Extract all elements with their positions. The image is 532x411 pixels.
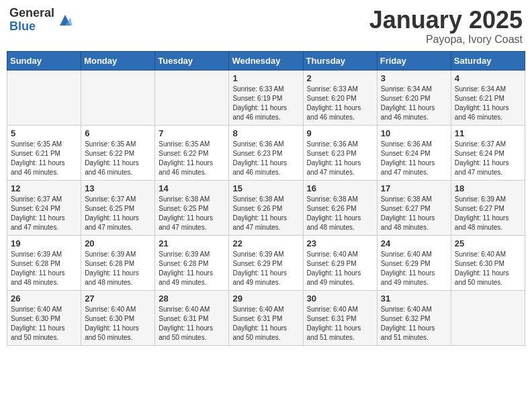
day-info: Sunrise: 6:40 AMSunset: 6:29 PMDaylight:… [381, 250, 447, 287]
day-info: Sunrise: 6:35 AMSunset: 6:22 PMDaylight:… [85, 140, 151, 177]
day-number: 4 [455, 73, 521, 83]
calendar-cell [451, 290, 525, 345]
day-info: Sunrise: 6:40 AMSunset: 6:32 PMDaylight:… [381, 305, 447, 342]
calendar-cell: 21Sunrise: 6:39 AMSunset: 6:28 PMDayligh… [155, 235, 229, 290]
calendar-cell: 14Sunrise: 6:38 AMSunset: 6:25 PMDayligh… [155, 180, 229, 235]
calendar-cell: 24Sunrise: 6:40 AMSunset: 6:29 PMDayligh… [377, 235, 451, 290]
calendar-cell: 22Sunrise: 6:39 AMSunset: 6:29 PMDayligh… [229, 235, 303, 290]
day-number: 7 [159, 128, 225, 138]
month-title: January 2025 [369, 7, 523, 34]
logo-icon [57, 12, 73, 28]
day-number: 20 [85, 238, 151, 248]
calendar-cell: 2Sunrise: 6:33 AMSunset: 6:20 PMDaylight… [303, 70, 377, 125]
calendar-cell: 10Sunrise: 6:36 AMSunset: 6:24 PMDayligh… [377, 125, 451, 180]
calendar-cell: 11Sunrise: 6:37 AMSunset: 6:24 PMDayligh… [451, 125, 525, 180]
location: Payopa, Ivory Coast [369, 34, 523, 46]
day-info: Sunrise: 6:35 AMSunset: 6:21 PMDaylight:… [11, 140, 77, 177]
day-number: 31 [381, 293, 447, 304]
calendar-week-4: 19Sunrise: 6:39 AMSunset: 6:28 PMDayligh… [7, 235, 525, 290]
calendar-cell: 8Sunrise: 6:36 AMSunset: 6:23 PMDaylight… [229, 125, 303, 180]
day-number: 15 [232, 183, 299, 193]
header-day-wednesday: Wednesday [229, 51, 303, 70]
header-day-sunday: Sunday [7, 51, 81, 70]
day-info: Sunrise: 6:40 AMSunset: 6:31 PMDaylight:… [232, 305, 299, 342]
day-number: 23 [307, 238, 373, 248]
day-number: 26 [11, 293, 77, 304]
day-info: Sunrise: 6:33 AMSunset: 6:19 PMDaylight:… [232, 85, 299, 122]
day-number: 22 [232, 238, 299, 248]
day-number: 8 [232, 128, 299, 138]
calendar-cell: 16Sunrise: 6:38 AMSunset: 6:26 PMDayligh… [303, 180, 377, 235]
day-number: 19 [11, 238, 77, 248]
header-day-tuesday: Tuesday [155, 51, 229, 70]
calendar-week-5: 26Sunrise: 6:40 AMSunset: 6:30 PMDayligh… [7, 290, 525, 345]
calendar-cell: 5Sunrise: 6:35 AMSunset: 6:21 PMDaylight… [7, 125, 81, 180]
day-info: Sunrise: 6:38 AMSunset: 6:25 PMDaylight:… [159, 195, 225, 232]
calendar-cell [7, 70, 81, 125]
day-info: Sunrise: 6:40 AMSunset: 6:30 PMDaylight:… [85, 305, 151, 342]
day-info: Sunrise: 6:35 AMSunset: 6:22 PMDaylight:… [159, 140, 225, 177]
day-info: Sunrise: 6:38 AMSunset: 6:26 PMDaylight:… [232, 195, 299, 232]
calendar-cell: 15Sunrise: 6:38 AMSunset: 6:26 PMDayligh… [229, 180, 303, 235]
day-number: 1 [232, 73, 299, 83]
day-info: Sunrise: 6:39 AMSunset: 6:27 PMDaylight:… [455, 195, 521, 232]
logo: General Blue [9, 7, 73, 34]
day-info: Sunrise: 6:34 AMSunset: 6:20 PMDaylight:… [381, 85, 447, 122]
day-number: 6 [85, 128, 151, 138]
day-number: 17 [381, 183, 447, 193]
day-number: 27 [85, 293, 151, 304]
page-header: General Blue January 2025 Payopa, Ivory … [7, 7, 525, 46]
calendar-table: SundayMondayTuesdayWednesdayThursdayFrid… [7, 51, 525, 346]
day-info: Sunrise: 6:38 AMSunset: 6:26 PMDaylight:… [307, 195, 373, 232]
header-day-thursday: Thursday [303, 51, 377, 70]
calendar-week-2: 5Sunrise: 6:35 AMSunset: 6:21 PMDaylight… [7, 125, 525, 180]
calendar-cell: 31Sunrise: 6:40 AMSunset: 6:32 PMDayligh… [377, 290, 451, 345]
calendar-cell [81, 70, 155, 125]
day-info: Sunrise: 6:36 AMSunset: 6:24 PMDaylight:… [381, 140, 447, 177]
day-info: Sunrise: 6:33 AMSunset: 6:20 PMDaylight:… [307, 85, 373, 122]
day-info: Sunrise: 6:40 AMSunset: 6:29 PMDaylight:… [307, 250, 373, 287]
header-day-friday: Friday [377, 51, 451, 70]
calendar-cell: 18Sunrise: 6:39 AMSunset: 6:27 PMDayligh… [451, 180, 525, 235]
calendar-cell: 29Sunrise: 6:40 AMSunset: 6:31 PMDayligh… [229, 290, 303, 345]
header-day-saturday: Saturday [451, 51, 525, 70]
calendar-week-1: 1Sunrise: 6:33 AMSunset: 6:19 PMDaylight… [7, 70, 525, 125]
calendar-cell: 6Sunrise: 6:35 AMSunset: 6:22 PMDaylight… [81, 125, 155, 180]
header-day-monday: Monday [81, 51, 155, 70]
logo-general-text: General [9, 7, 54, 20]
day-number: 5 [11, 128, 77, 138]
calendar-cell: 1Sunrise: 6:33 AMSunset: 6:19 PMDaylight… [229, 70, 303, 125]
day-info: Sunrise: 6:40 AMSunset: 6:30 PMDaylight:… [455, 250, 521, 287]
day-number: 21 [159, 238, 225, 248]
day-info: Sunrise: 6:34 AMSunset: 6:21 PMDaylight:… [455, 85, 521, 122]
title-block: January 2025 Payopa, Ivory Coast [369, 7, 523, 46]
calendar-cell: 3Sunrise: 6:34 AMSunset: 6:20 PMDaylight… [377, 70, 451, 125]
calendar-cell: 26Sunrise: 6:40 AMSunset: 6:30 PMDayligh… [7, 290, 81, 345]
calendar-cell: 12Sunrise: 6:37 AMSunset: 6:24 PMDayligh… [7, 180, 81, 235]
logo-text: General Blue [9, 7, 54, 34]
day-number: 29 [232, 293, 299, 304]
day-number: 25 [455, 238, 521, 248]
day-info: Sunrise: 6:40 AMSunset: 6:30 PMDaylight:… [11, 305, 77, 342]
calendar-cell: 27Sunrise: 6:40 AMSunset: 6:30 PMDayligh… [81, 290, 155, 345]
day-number: 18 [455, 183, 521, 193]
day-info: Sunrise: 6:39 AMSunset: 6:28 PMDaylight:… [85, 250, 151, 287]
day-info: Sunrise: 6:37 AMSunset: 6:24 PMDaylight:… [11, 195, 77, 232]
day-info: Sunrise: 6:38 AMSunset: 6:27 PMDaylight:… [381, 195, 447, 232]
day-info: Sunrise: 6:40 AMSunset: 6:31 PMDaylight:… [159, 305, 225, 342]
calendar-header-row: SundayMondayTuesdayWednesdayThursdayFrid… [7, 51, 525, 70]
day-number: 28 [159, 293, 225, 304]
day-number: 13 [85, 183, 151, 193]
calendar-week-3: 12Sunrise: 6:37 AMSunset: 6:24 PMDayligh… [7, 180, 525, 235]
calendar-cell: 30Sunrise: 6:40 AMSunset: 6:31 PMDayligh… [303, 290, 377, 345]
day-info: Sunrise: 6:39 AMSunset: 6:28 PMDaylight:… [159, 250, 225, 287]
calendar-cell: 20Sunrise: 6:39 AMSunset: 6:28 PMDayligh… [81, 235, 155, 290]
day-number: 10 [381, 128, 447, 138]
logo-blue-text: Blue [9, 20, 54, 34]
day-info: Sunrise: 6:39 AMSunset: 6:29 PMDaylight:… [232, 250, 299, 287]
day-number: 24 [381, 238, 447, 248]
day-number: 14 [159, 183, 225, 193]
day-number: 2 [307, 73, 373, 83]
day-number: 11 [455, 128, 521, 138]
day-number: 9 [307, 128, 373, 138]
